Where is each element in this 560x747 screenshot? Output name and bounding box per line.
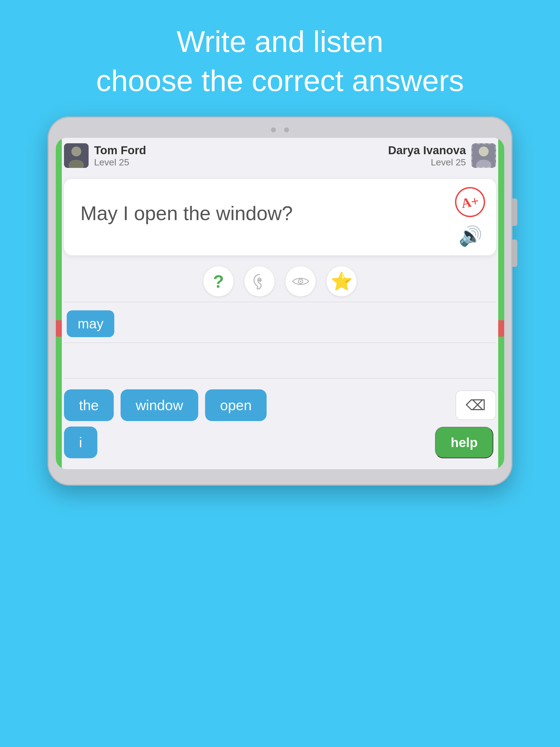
question-text: May I open the window? [80,201,480,226]
hint-button[interactable]: ? [203,266,233,297]
player-left: Tom Ford Level 25 [64,143,146,168]
ear-icon [251,273,268,289]
answer-area-2 [64,345,496,379]
progress-green-top-right [498,138,504,320]
progress-bar-right [498,138,504,469]
header-text: Write and listen choose the correct answ… [0,0,560,117]
player-left-level: Level 25 [94,157,146,168]
word-button-open[interactable]: open [205,389,267,421]
word-choices-row1: the window open ⌫ [64,389,496,421]
progress-green-top-left [56,138,62,320]
avatar-left-bg [64,143,88,168]
tablet-frame: Tom Ford Level 25 [48,117,512,486]
separator-1 [64,302,496,302]
header-line1: Write and listen [0,22,560,61]
header-line2: choose the correct answers [0,61,560,100]
tablet-screen: Tom Ford Level 25 [56,138,504,469]
camera-dot-1 [271,127,276,132]
word-button-window[interactable]: window [121,389,198,421]
progress-green-bottom-right [498,337,504,469]
action-buttons-row: ? ⭐ [64,266,496,297]
answer-token-may[interactable]: may [67,310,114,337]
svg-point-4 [479,147,489,156]
player-left-info: Tom Ford Level 25 [94,144,146,168]
word-choices-row2: i help [64,427,496,458]
player-left-name: Tom Ford [94,144,146,157]
player-right: Darya Ivanova Level 25 [388,143,496,168]
avatar-right [472,143,496,168]
progress-bar-left [56,138,62,469]
tablet-side-button-2 [512,239,517,267]
tablet-side-button [512,199,517,226]
progress-red-left [56,320,62,337]
backspace-button[interactable]: ⌫ [456,390,496,420]
question-card: A+ May I open the window? 🔊 [64,179,496,255]
player-right-level: Level 25 [388,157,466,168]
word-button-the[interactable]: the [64,389,114,421]
eye-icon [292,276,309,287]
player-right-info: Darya Ivanova Level 25 [388,144,466,168]
tablet-wrapper: Tom Ford Level 25 [48,117,512,486]
word-button-i[interactable]: i [64,427,97,458]
svg-point-1 [71,147,81,156]
avatar-left-image [64,143,88,168]
app-background: Write and listen choose the correct answ… [0,0,560,747]
players-header: Tom Ford Level 25 [56,138,504,173]
svg-point-9 [300,281,301,282]
progress-green-bottom-left [56,337,62,469]
avatar-left [64,143,88,168]
listen-button[interactable] [245,266,275,297]
player-right-name: Darya Ivanova [388,144,466,157]
star-button[interactable]: ⭐ [327,266,357,297]
camera-dot-2 [284,127,289,132]
avatar-right-bg [472,143,496,168]
help-button[interactable]: help [435,427,493,458]
avatar-right-image [472,143,496,168]
svg-point-7 [258,279,261,281]
progress-red-right [498,320,504,337]
tablet-camera-area [56,127,504,132]
speaker-icon[interactable]: 🔊 [459,225,482,247]
answer-area-1: may [64,305,496,343]
peek-button[interactable] [285,266,315,297]
